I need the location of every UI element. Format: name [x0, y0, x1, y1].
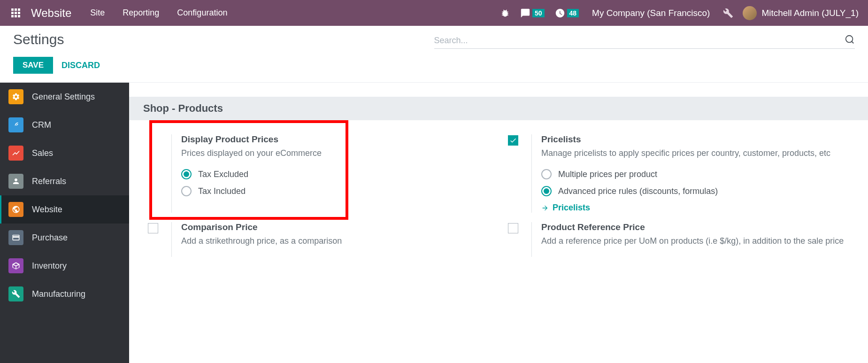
radio-tax-excluded[interactable]: Tax Excluded [181, 169, 489, 179]
link-pricelists[interactable]: Pricelists [541, 203, 849, 213]
sidebar-item-inventory[interactable]: Inventory [0, 252, 129, 280]
app-brand[interactable]: Website [31, 7, 71, 20]
chart-icon [8, 146, 23, 161]
activities-badge: 48 [567, 9, 579, 17]
svg-rect-1 [15, 8, 17, 11]
svg-rect-5 [18, 12, 20, 14]
discard-button[interactable]: DISCARD [61, 61, 100, 70]
svg-line-10 [852, 41, 853, 43]
radio-icon [541, 169, 552, 179]
svg-rect-7 [15, 15, 17, 17]
section-header: Shop - Products [129, 97, 868, 120]
nav-link-site[interactable]: Site [90, 8, 105, 18]
setting-reference-price: Product Reference Price Add a reference … [508, 222, 849, 257]
top-navbar: Website Site Reporting Configuration 50 … [0, 0, 868, 26]
sidebar-label: General Settings [32, 92, 95, 102]
sidebar-label: Sales [32, 148, 53, 158]
box-icon [8, 258, 23, 273]
radio-icon [181, 186, 192, 196]
sidebar-item-manufacturing[interactable]: Manufacturing [0, 280, 129, 308]
setting-title: Comparison Price [181, 222, 489, 232]
nav-link-configuration[interactable]: Configuration [177, 8, 227, 18]
page-title: Settings [13, 31, 434, 47]
radio-multiple-prices[interactable]: Multiple prices per product [541, 169, 849, 179]
username: Mitchell Admin (JULY_1) [761, 8, 859, 18]
svg-rect-8 [18, 15, 20, 17]
gear-icon [8, 89, 23, 104]
radio-label: Multiple prices per product [558, 170, 657, 179]
setting-desc: Add a strikethrough price, as a comparis… [181, 235, 489, 247]
person-icon [8, 174, 23, 189]
svg-rect-6 [11, 15, 14, 17]
radio-label: Tax Included [198, 186, 246, 196]
settings-sidebar: General Settings CRM Sales Referrals Web… [0, 83, 129, 363]
sidebar-item-crm[interactable]: CRM [0, 111, 129, 139]
setting-title: Display Product Prices [181, 134, 489, 145]
link-label: Pricelists [553, 203, 590, 213]
checkbox-pricelists[interactable] [508, 135, 518, 146]
setting-desc: Prices displayed on your eCommerce [181, 147, 489, 160]
setting-display-prices: Display Product Prices Prices displayed … [148, 134, 489, 213]
handshake-icon [8, 117, 23, 132]
messages-icon[interactable]: 50 [520, 8, 545, 18]
radio-advanced-rules[interactable]: Advanced price rules (discounts, formula… [541, 186, 849, 196]
tools-icon[interactable] [723, 8, 733, 18]
messages-badge: 50 [532, 9, 545, 17]
nav-link-reporting[interactable]: Reporting [123, 8, 159, 18]
activities-icon[interactable]: 48 [555, 8, 579, 18]
radio-icon [181, 169, 192, 179]
radio-tax-included[interactable]: Tax Included [181, 186, 489, 196]
svg-point-9 [846, 36, 853, 43]
control-panel: Settings SAVE DISCARD [0, 26, 868, 83]
settings-content: Shop - Products Display Product Prices P… [129, 83, 868, 363]
setting-title: Pricelists [541, 134, 849, 145]
debug-icon[interactable] [500, 8, 510, 18]
search-icon[interactable] [845, 34, 855, 46]
setting-title: Product Reference Price [541, 222, 849, 232]
svg-rect-0 [11, 8, 14, 11]
setting-pricelists: Pricelists Manage pricelists to apply sp… [508, 134, 849, 213]
card-icon [8, 230, 23, 245]
user-menu[interactable]: Mitchell Admin (JULY_1) [743, 6, 859, 20]
setting-desc: Manage pricelists to apply specific pric… [541, 147, 849, 160]
sidebar-label: Referrals [32, 177, 66, 186]
sidebar-label: Purchase [32, 233, 68, 243]
sidebar-label: CRM [32, 120, 51, 130]
checkbox-reference[interactable] [508, 223, 518, 233]
avatar [743, 6, 757, 20]
checkbox-comparison[interactable] [148, 223, 158, 233]
svg-rect-4 [15, 12, 17, 14]
sidebar-item-sales[interactable]: Sales [0, 139, 129, 167]
setting-desc: Add a reference price per UoM on product… [541, 235, 849, 247]
sidebar-item-purchase[interactable]: Purchase [0, 224, 129, 252]
company-selector[interactable]: My Company (San Francisco) [592, 8, 710, 18]
sidebar-label: Inventory [32, 261, 67, 271]
radio-label: Tax Excluded [198, 170, 248, 179]
sidebar-item-general[interactable]: General Settings [0, 83, 129, 111]
sidebar-label: Manufacturing [32, 289, 85, 299]
sidebar-item-referrals[interactable]: Referrals [0, 167, 129, 195]
svg-rect-2 [18, 8, 20, 11]
sidebar-label: Website [32, 205, 62, 215]
apps-menu-icon[interactable] [9, 7, 23, 20]
globe-icon [8, 202, 23, 217]
save-button[interactable]: SAVE [13, 57, 53, 74]
sidebar-item-website[interactable]: Website [0, 195, 129, 224]
radio-label: Advanced price rules (discounts, formula… [558, 186, 718, 196]
svg-rect-3 [11, 12, 14, 14]
search-input[interactable] [434, 36, 845, 46]
wrench-icon [8, 286, 23, 301]
radio-icon [541, 186, 552, 196]
setting-comparison-price: Comparison Price Add a strikethrough pri… [148, 222, 489, 257]
